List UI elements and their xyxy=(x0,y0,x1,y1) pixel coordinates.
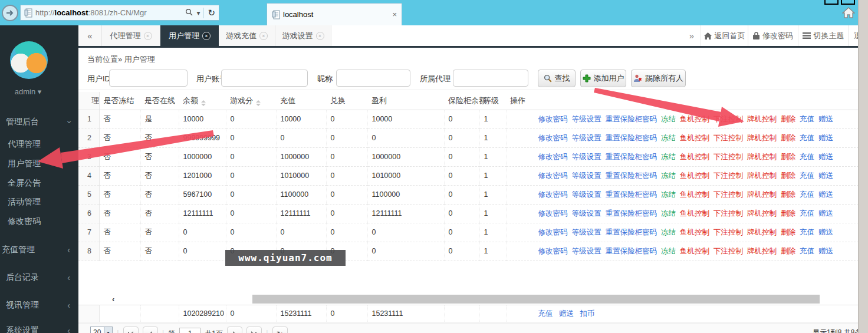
next-page-button[interactable] xyxy=(227,327,242,333)
op-link-3[interactable]: 冻结 xyxy=(661,209,676,217)
tabs-scroll-right-button[interactable]: » xyxy=(683,25,701,46)
op-link-2[interactable]: 重置保险柜密码 xyxy=(606,172,657,180)
op-link-6[interactable]: 牌机控制 xyxy=(747,172,777,180)
caret-down-icon[interactable]: ▾ xyxy=(196,9,200,17)
op-link-9[interactable]: 赠送 xyxy=(818,134,833,142)
op-link-8[interactable]: 充值 xyxy=(800,209,814,217)
browser-tab[interactable]: localhost × xyxy=(267,3,402,25)
horizontal-scrollbar[interactable]: ‹ xyxy=(110,295,858,304)
browser-forward-button[interactable] xyxy=(2,5,18,21)
op-link-9[interactable]: 赠送 xyxy=(818,115,833,123)
col-header-level[interactable]: 等级 xyxy=(479,92,506,110)
sort-icon[interactable] xyxy=(256,100,261,106)
op-link-8[interactable]: 充值 xyxy=(800,172,814,180)
op-link-0[interactable]: 修改密码 xyxy=(538,134,568,142)
sidebar-section-video[interactable]: 视讯管理 ‹ xyxy=(0,296,78,315)
tab-agent-mgmt[interactable]: 代理管理 × xyxy=(102,25,160,46)
page-size-select[interactable]: 20 ▾ xyxy=(90,327,113,333)
op-link-8[interactable]: 充值 xyxy=(800,153,814,161)
op-link-2[interactable]: 重置保险柜密码 xyxy=(606,247,657,255)
nickname-input[interactable] xyxy=(336,70,410,87)
op-link-8[interactable]: 充值 xyxy=(800,115,814,123)
op-link-5[interactable]: 下注控制 xyxy=(714,247,743,255)
op-link-1[interactable]: 等级设置 xyxy=(572,134,601,142)
sidebar-section-system[interactable]: 系统设置 ‹ xyxy=(0,321,78,333)
search-icon[interactable] xyxy=(185,8,193,18)
op-link-4[interactable]: 鱼机控制 xyxy=(680,153,709,161)
window-button[interactable] xyxy=(841,0,855,5)
col-header-recharge[interactable]: 充值 xyxy=(276,92,326,110)
op-link-3[interactable]: 冻结 xyxy=(661,153,676,161)
op-link-2[interactable]: 重置保险柜密码 xyxy=(606,153,657,161)
tab-close-icon[interactable]: × xyxy=(316,32,324,40)
op-link-3[interactable]: 冻结 xyxy=(661,247,676,255)
op-link-5[interactable]: 下注控制 xyxy=(714,209,743,217)
op-link-0[interactable]: 修改密码 xyxy=(538,172,568,180)
avatar[interactable] xyxy=(10,41,48,79)
op-link-9[interactable]: 赠送 xyxy=(818,228,833,236)
op-link-4[interactable]: 鱼机控制 xyxy=(680,228,709,236)
op-link-4[interactable]: 鱼机控制 xyxy=(680,134,709,142)
user-account-input[interactable] xyxy=(221,70,308,87)
refresh-icon[interactable]: ↻ xyxy=(208,8,215,18)
nav-logout-link[interactable]: 退出 xyxy=(848,25,858,46)
nav-home-link[interactable]: 返回首页 xyxy=(701,25,748,46)
op-link-8[interactable]: 充值 xyxy=(800,247,814,255)
op-link-4[interactable]: 鱼机控制 xyxy=(680,247,709,255)
tabs-scroll-left-button[interactable]: « xyxy=(78,25,102,46)
op-link-0[interactable]: 修改密码 xyxy=(538,115,568,123)
tab-close-icon[interactable]: × xyxy=(259,32,268,40)
col-header-clipped[interactable]: 理 xyxy=(78,92,99,110)
op-link-9[interactable]: 赠送 xyxy=(818,190,833,199)
window-button[interactable] xyxy=(824,0,839,5)
op-link-8[interactable]: 充值 xyxy=(800,134,814,142)
sidebar-item-announce[interactable]: 全屏公告 xyxy=(0,174,78,193)
op-link-5[interactable]: 下注控制 xyxy=(714,153,743,161)
op-link-2[interactable]: 重置保险柜密码 xyxy=(606,190,657,199)
tab-game-settings[interactable]: 游戏设置 × xyxy=(275,25,331,46)
op-link-2[interactable]: 重置保险柜密码 xyxy=(606,115,657,123)
scrollbar-thumb[interactable] xyxy=(252,295,820,304)
op-link-6[interactable]: 牌机控制 xyxy=(747,153,777,161)
op-link-3[interactable]: 冻结 xyxy=(661,190,676,199)
sidebar-item-activity[interactable]: 活动管理 xyxy=(0,193,78,212)
op-link-5[interactable]: 下注控制 xyxy=(714,134,743,142)
summary-gift-link[interactable]: 赠送 xyxy=(559,309,574,318)
sidebar-section-records[interactable]: 后台记录 ‹ xyxy=(0,268,78,287)
op-link-8[interactable]: 充值 xyxy=(800,190,814,199)
summary-deduct-link[interactable]: 扣币 xyxy=(580,309,594,318)
op-link-5[interactable]: 下注控制 xyxy=(714,228,743,236)
op-link-4[interactable]: 鱼机控制 xyxy=(680,172,709,180)
kick-all-button[interactable]: 踢除所有人 xyxy=(631,70,686,87)
search-button[interactable]: 查找 xyxy=(538,70,576,87)
op-link-3[interactable]: 冻结 xyxy=(661,228,676,236)
op-link-3[interactable]: 冻结 xyxy=(661,172,676,180)
sidebar-section-recharge[interactable]: 充值管理 ‹ xyxy=(0,240,78,259)
nav-switch-theme-link[interactable]: 切换主题 xyxy=(798,25,848,46)
op-link-1[interactable]: 等级设置 xyxy=(572,172,601,180)
tab-close-icon[interactable]: × xyxy=(392,10,397,19)
op-link-5[interactable]: 下注控制 xyxy=(714,115,743,123)
prev-page-button[interactable] xyxy=(143,327,158,333)
col-header-profit[interactable]: 盈利 xyxy=(367,92,444,110)
op-link-1[interactable]: 等级设置 xyxy=(572,115,601,123)
op-link-5[interactable]: 下注控制 xyxy=(714,190,743,199)
col-header-exchange[interactable]: 兑换 xyxy=(326,92,367,110)
tab-user-mgmt[interactable]: 用户管理 × xyxy=(160,25,219,46)
op-link-8[interactable]: 充值 xyxy=(800,228,814,236)
op-link-7[interactable]: 删除 xyxy=(781,134,795,142)
col-header-online[interactable]: 是否在线 xyxy=(140,92,179,110)
scroll-left-icon[interactable]: ‹ xyxy=(112,295,114,304)
op-link-7[interactable]: 删除 xyxy=(781,228,795,236)
op-link-0[interactable]: 修改密码 xyxy=(538,190,568,199)
op-link-4[interactable]: 鱼机控制 xyxy=(680,190,709,199)
tab-close-icon[interactable]: × xyxy=(144,32,152,40)
op-link-3[interactable]: 冻结 xyxy=(661,134,676,142)
first-page-button[interactable] xyxy=(123,327,139,333)
op-link-2[interactable]: 重置保险柜密码 xyxy=(606,228,657,236)
op-link-2[interactable]: 重置保险柜密码 xyxy=(606,134,657,142)
tab-game-recharge[interactable]: 游戏充值 × xyxy=(219,25,275,46)
op-link-6[interactable]: 牌机控制 xyxy=(747,209,777,217)
op-link-1[interactable]: 等级设置 xyxy=(572,209,601,217)
op-link-6[interactable]: 牌机控制 xyxy=(747,190,777,199)
